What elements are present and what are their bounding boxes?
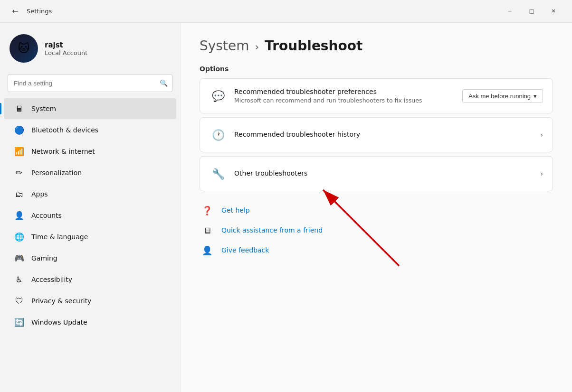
search-box: 🔍 — [8, 74, 172, 92]
nav-label-apps: Apps — [31, 190, 48, 198]
link-icon-get-help: ❓ — [200, 203, 215, 218]
nav-label-network: Network & internet — [31, 148, 95, 155]
link-label-get-help[interactable]: Get help — [221, 206, 250, 214]
dropdown-recommended-prefs[interactable]: Ask me before running ▾ — [462, 89, 543, 103]
nav-list: 🖥 System 🔵 Bluetooth & devices 📶 Network… — [0, 98, 180, 333]
cards-container: 💬 Recommended troubleshooter preferences… — [200, 78, 553, 191]
nav-icon-system: 🖥 — [13, 103, 25, 114]
link-icon-give-feedback: 👤 — [200, 243, 215, 258]
nav-icon-network: 📶 — [13, 146, 25, 157]
card-icon-recommended-history: 🕐 — [210, 126, 227, 143]
sidebar-item-time[interactable]: 🌐 Time & language — [4, 226, 176, 247]
card-icon-other-troubleshooters: 🔧 — [210, 165, 227, 182]
nav-label-personalization: Personalization — [31, 169, 82, 177]
nav-icon-gaming: 🎮 — [13, 252, 25, 264]
nav-icon-update: 🔄 — [13, 317, 25, 328]
nav-icon-privacy: 🛡 — [13, 295, 25, 307]
nav-icon-time: 🌐 — [13, 231, 25, 243]
link-label-give-feedback[interactable]: Give feedback — [221, 246, 269, 254]
card-title-recommended-prefs: Recommended troubleshooter preferences — [234, 88, 455, 95]
sidebar-item-network[interactable]: 📶 Network & internet — [4, 141, 176, 162]
link-quick-assist[interactable]: 🖥 Quick assistance from a friend — [200, 223, 553, 238]
nav-label-time: Time & language — [31, 233, 88, 241]
link-label-quick-assist[interactable]: Quick assistance from a friend — [221, 226, 323, 234]
app-body: 🐱 rajst Local Account 🔍 🖥 System 🔵 Bluet… — [0, 23, 572, 392]
maximize-button[interactable]: □ — [521, 4, 543, 19]
content-wrapper: System › Troubleshoot Options 💬 Recommen… — [200, 38, 553, 258]
nav-label-accounts: Accounts — [31, 212, 62, 219]
sidebar: 🐱 rajst Local Account 🔍 🖥 System 🔵 Bluet… — [0, 23, 181, 392]
nav-icon-apps: 🗂 — [13, 188, 25, 200]
nav-icon-personalization: ✏️ — [13, 167, 25, 178]
nav-label-privacy: Privacy & security — [31, 297, 91, 305]
card-recommended-history: 🕐 Recommended troubleshooter history › — [200, 117, 553, 152]
user-info: rajst Local Account — [45, 41, 87, 56]
nav-label-system: System — [31, 105, 56, 112]
section-label: Options — [200, 65, 553, 73]
user-account-type: Local Account — [45, 49, 87, 56]
app-title: Settings — [27, 8, 52, 15]
nav-label-accessibility: Accessibility — [31, 276, 72, 283]
nav-label-update: Windows Update — [31, 318, 87, 326]
page-header: System › Troubleshoot — [200, 38, 553, 54]
sidebar-item-accessibility[interactable]: ♿ Accessibility — [4, 269, 176, 290]
close-button[interactable]: ✕ — [543, 4, 564, 19]
nav-icon-accounts: 👤 — [13, 210, 25, 221]
sidebar-item-update[interactable]: 🔄 Windows Update — [4, 312, 176, 333]
nav-label-gaming: Gaming — [31, 254, 57, 262]
back-button[interactable]: ← — [8, 4, 23, 19]
links-container: ❓ Get help 🖥 Quick assistance from a fri… — [200, 203, 553, 258]
card-row-recommended-history[interactable]: 🕐 Recommended troubleshooter history › — [200, 118, 553, 152]
sidebar-item-privacy[interactable]: 🛡 Privacy & security — [4, 290, 176, 311]
sidebar-item-apps[interactable]: 🗂 Apps — [4, 184, 176, 205]
nav-label-bluetooth: Bluetooth & devices — [31, 126, 98, 134]
search-input[interactable] — [8, 74, 172, 92]
nav-icon-bluetooth: 🔵 — [13, 124, 25, 136]
user-profile[interactable]: 🐱 rajst Local Account — [0, 27, 180, 72]
card-row-other-troubleshooters[interactable]: 🔧 Other troubleshooters › — [200, 157, 553, 191]
minimize-button[interactable]: ─ — [499, 4, 521, 19]
card-icon-recommended-prefs: 💬 — [210, 87, 227, 104]
link-get-help[interactable]: ❓ Get help — [200, 203, 553, 218]
chevron-icon-recommended-history: › — [540, 131, 543, 139]
user-name: rajst — [45, 41, 87, 49]
sidebar-item-system[interactable]: 🖥 System — [4, 98, 176, 119]
breadcrumb-parent[interactable]: System — [200, 38, 249, 54]
card-title-other-troubleshooters: Other troubleshooters — [234, 169, 533, 177]
card-row-recommended-prefs[interactable]: 💬 Recommended troubleshooter preferences… — [200, 79, 553, 113]
sidebar-item-accounts[interactable]: 👤 Accounts — [4, 205, 176, 226]
nav-icon-accessibility: ♿ — [13, 274, 25, 285]
link-give-feedback[interactable]: 👤 Give feedback — [200, 243, 553, 258]
back-icon: ← — [12, 7, 18, 16]
titlebar: ← Settings ─ □ ✕ — [0, 0, 572, 23]
sidebar-item-gaming[interactable]: 🎮 Gaming — [4, 248, 176, 269]
window-controls: ─ □ ✕ — [499, 4, 564, 19]
avatar: 🐱 — [10, 34, 38, 63]
breadcrumb-separator: › — [255, 41, 259, 53]
sidebar-item-personalization[interactable]: ✏️ Personalization — [4, 162, 176, 183]
link-icon-quick-assist: 🖥 — [200, 223, 215, 238]
card-subtitle-recommended-prefs: Microsoft can recommend and run troubles… — [234, 97, 455, 104]
card-other-troubleshooters: 🔧 Other troubleshooters › — [200, 156, 553, 191]
card-recommended-prefs: 💬 Recommended troubleshooter preferences… — [200, 78, 553, 113]
card-title-recommended-history: Recommended troubleshooter history — [234, 131, 533, 138]
content-area: System › Troubleshoot Options 💬 Recommen… — [181, 23, 572, 392]
chevron-icon-other-troubleshooters: › — [540, 170, 543, 177]
sidebar-item-bluetooth[interactable]: 🔵 Bluetooth & devices — [4, 120, 176, 140]
page-title: Troubleshoot — [265, 38, 362, 54]
